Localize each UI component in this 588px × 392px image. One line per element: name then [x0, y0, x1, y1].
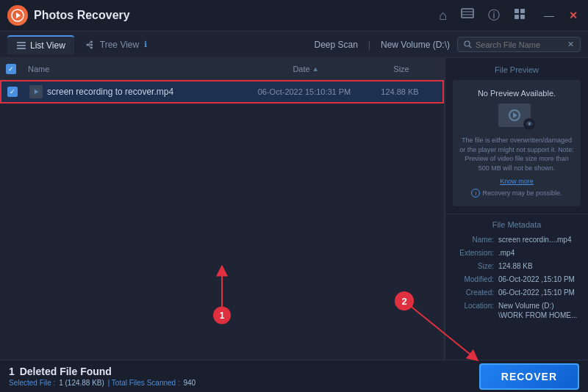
- deleted-label: Deleted File Found: [20, 366, 112, 377]
- search-input[interactable]: [476, 40, 564, 49]
- tree-view-label: Tree View: [100, 40, 139, 50]
- window-controls: — ✕: [541, 8, 581, 23]
- meta-created-row: Created: 06-Oct-2022 ,15:10 PM: [453, 288, 581, 297]
- play-button-icon: [509, 109, 520, 121]
- meta-modified-label: Modified:: [453, 275, 498, 284]
- meta-size-row: Size: 124.88 KB: [453, 261, 581, 271]
- svg-marker-1: [16, 12, 21, 18]
- meta-created-label: Created:: [453, 288, 498, 297]
- search-clear-button[interactable]: ✕: [567, 40, 574, 49]
- table-header: ✓ Name Date ▲ Size: [0, 58, 444, 80]
- list-view-label: List View: [30, 40, 65, 51]
- selected-file-label: Selected File :: [9, 379, 55, 387]
- file-list-area: ✓ Name Date ▲ Size ✓: [0, 58, 445, 360]
- table-row[interactable]: ✓ screen recording to recover.mp4 06-Oct…: [0, 80, 444, 104]
- meta-location-row: Location: New Volume (D:) \WORK FROM HOM…: [453, 301, 581, 320]
- list-view-icon: [16, 41, 26, 50]
- tree-view-info-badge: ℹ: [144, 40, 147, 49]
- svg-rect-6: [520, 9, 525, 13]
- status-details: Selected File : 1 (124.88 KB) | Total Fi…: [9, 379, 196, 387]
- toolbar: List View Tree View ℹ Deep Scan | New Vo: [0, 32, 588, 58]
- svg-line-13: [88, 42, 90, 45]
- recovery-possible-text: i Recovery may be possible.: [459, 189, 575, 197]
- select-all-checkbox[interactable]: ✓: [6, 64, 16, 74]
- svg-rect-2: [462, 9, 473, 18]
- deep-scan-label: Deep Scan: [314, 40, 357, 50]
- svg-rect-9: [17, 42, 26, 43]
- meta-location-label: Location:: [453, 301, 498, 320]
- annotation-1-area: 1: [0, 220, 444, 360]
- svg-line-15: [88, 45, 90, 48]
- minimize-button[interactable]: —: [541, 8, 557, 23]
- file-size: 124.88 KB: [363, 87, 437, 96]
- preview-section: File Preview No Preview Available. 👁 The…: [445, 58, 588, 214]
- svg-point-19: [465, 41, 470, 46]
- app-window: Photos Recovery ⌂ ⓘ —: [0, 0, 588, 392]
- meta-size-value: 124.88 KB: [498, 261, 581, 271]
- tab-tree-view[interactable]: Tree View ℹ: [77, 36, 156, 54]
- svg-rect-11: [17, 48, 26, 49]
- meta-name-label: Name:: [453, 235, 498, 244]
- no-preview-title: No Preview Available.: [459, 89, 575, 98]
- tab-list-view[interactable]: List View: [7, 35, 74, 54]
- toolbar-divider: |: [368, 40, 370, 50]
- total-files-value: 940: [183, 379, 196, 387]
- metadata-title: File Metadata: [453, 220, 581, 229]
- meta-location-value: New Volume (D:) \WORK FROM HOME...: [498, 301, 581, 320]
- selected-file-value: 1 (124.88 KB): [59, 379, 104, 387]
- title-icons: ⌂ ⓘ: [439, 7, 526, 24]
- toolbar-right: Deep Scan | New Volume (D:\) ✕: [314, 37, 581, 52]
- meta-name-value: screen recordin....mp4: [498, 235, 581, 244]
- home-icon[interactable]: ⌂: [439, 8, 447, 23]
- video-icon-container: 👁: [498, 104, 535, 130]
- meta-modified-value: 06-Oct-2022 ,15:10 PM: [498, 275, 581, 284]
- meta-name-row: Name: screen recordin....mp4: [453, 235, 581, 244]
- status-bar: 1 Deleted File Found Selected File : 1 (…: [0, 360, 588, 392]
- table-body: ✓ screen recording to recover.mp4 06-Oct…: [0, 80, 444, 220]
- recover-button[interactable]: RECOVER: [479, 363, 579, 390]
- svg-line-20: [470, 46, 472, 48]
- grid-icon[interactable]: [513, 7, 526, 24]
- know-more-link[interactable]: Know more: [459, 175, 575, 186]
- annotation-circle-1: 1: [213, 306, 231, 324]
- meta-created-value: 06-Oct-2022 ,15:10 PM: [498, 288, 581, 297]
- title-bar: Photos Recovery ⌂ ⓘ —: [0, 0, 588, 32]
- meta-ext-label: Extension:: [453, 248, 498, 258]
- svg-rect-7: [514, 15, 519, 19]
- svg-point-17: [90, 43, 93, 46]
- total-files-label: Total Files Scanned :: [112, 379, 180, 387]
- toolbar-left: List View Tree View ℹ: [7, 35, 314, 54]
- meta-modified-row: Modified: 06-Oct-2022 ,15:10 PM: [453, 275, 581, 284]
- meta-ext-row: Extension: .mp4: [453, 248, 581, 258]
- header-size: Size: [365, 65, 438, 73]
- file-type-icon: [29, 85, 43, 98]
- recovery-info-icon: i: [471, 189, 480, 197]
- no-preview-description: The file is either overwritten/damaged o…: [459, 136, 575, 173]
- row-check: ✓: [7, 87, 29, 97]
- file-date: 06-Oct-2022 15:10:31 PM: [245, 87, 363, 96]
- header-name: Name: [28, 65, 247, 73]
- search-icon: [464, 40, 472, 48]
- info-icon[interactable]: ⓘ: [488, 8, 500, 23]
- eye-badge-icon: 👁: [523, 118, 535, 130]
- svg-rect-10: [17, 45, 26, 46]
- main-content: ✓ Name Date ▲ Size ✓: [0, 58, 588, 360]
- svg-point-12: [86, 43, 88, 46]
- status-left: 1 Deleted File Found Selected File : 1 (…: [9, 366, 196, 387]
- meta-ext-value: .mp4: [498, 248, 581, 258]
- play-triangle-icon: [513, 112, 517, 118]
- app-title: Photos Recovery: [34, 9, 439, 22]
- close-button[interactable]: ✕: [566, 8, 581, 23]
- svg-point-16: [90, 40, 93, 43]
- annotation-area-center: 1: [200, 259, 244, 320]
- new-volume-label: New Volume (D:\): [381, 40, 450, 50]
- layers-icon[interactable]: [460, 7, 475, 24]
- row-checkbox[interactable]: ✓: [7, 87, 18, 97]
- deleted-count: 1 Deleted File Found: [9, 366, 196, 377]
- search-box[interactable]: ✕: [457, 37, 581, 52]
- header-check: ✓: [6, 64, 28, 74]
- svg-rect-5: [514, 9, 519, 13]
- preview-panel: File Preview No Preview Available. 👁 The…: [445, 58, 588, 360]
- sort-asc-icon[interactable]: ▲: [312, 65, 319, 73]
- tree-view-icon: [86, 40, 96, 49]
